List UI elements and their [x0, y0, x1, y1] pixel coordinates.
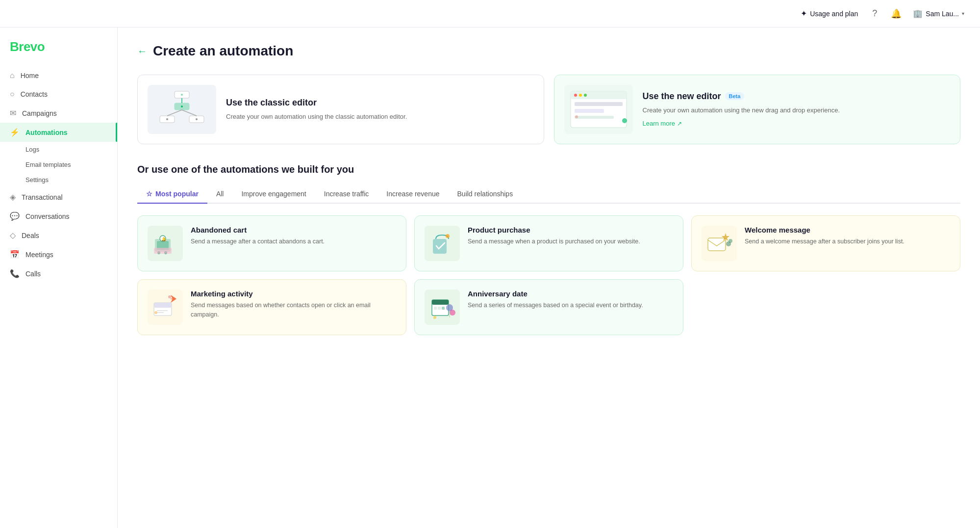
- tab-increase-traffic[interactable]: Increase traffic: [315, 185, 378, 204]
- filter-tabs: ☆ Most popular All Improve engagement In…: [137, 185, 960, 204]
- tab-all-label: All: [216, 190, 224, 198]
- sidebar-item-home[interactable]: ⌂ Home: [0, 66, 117, 85]
- learn-more-link[interactable]: Learn more ↗: [643, 120, 682, 127]
- product-purchase-content: Product purchase Send a message when a p…: [468, 226, 673, 246]
- usage-plan-button[interactable]: ✦ Usage and plan: [801, 9, 858, 18]
- sidebar-item-meetings-label: Meetings: [25, 251, 53, 259]
- welcome-message-desc: Send a welcome message after a subscribe…: [745, 237, 950, 246]
- sidebar-item-deals-label: Deals: [22, 232, 39, 239]
- marketing-activity-desc: Send messages based on whether contacts …: [191, 301, 396, 319]
- sidebar-subitem-email-templates[interactable]: Email templates: [0, 157, 117, 172]
- user-menu[interactable]: 🏢 Sam Lau... ▾: [913, 9, 964, 18]
- layout: Brevo ⌂ Home ○ Contacts ✉ Campaigns ⚡ Au…: [0, 27, 980, 528]
- svg-rect-52: [438, 307, 441, 310]
- marketing-activity-icon: [148, 290, 183, 325]
- classic-editor-card[interactable]: Use the classic editor Create your own a…: [137, 75, 544, 144]
- tab-most-popular[interactable]: ☆ Most popular: [137, 185, 207, 204]
- automation-card-marketing-activity[interactable]: Marketing activity Send messages based o…: [137, 279, 406, 335]
- new-editor-content: Use the new editor Beta Create your own …: [643, 91, 951, 128]
- svg-point-11: [196, 118, 198, 120]
- sidebar-subitem-email-templates-label: Email templates: [25, 161, 71, 168]
- sidebar-subitem-logs[interactable]: Logs: [0, 142, 117, 157]
- sidebar-subitem-logs-label: Logs: [25, 146, 39, 153]
- svg-point-22: [575, 115, 578, 118]
- new-editor-desc: Create your own automation using the new…: [643, 106, 951, 115]
- sidebar-item-transactional[interactable]: ◈ Transactional: [0, 187, 117, 207]
- svg-point-8: [181, 94, 183, 96]
- svg-point-45: [168, 295, 171, 298]
- welcome-message-title: Welcome message: [745, 226, 950, 234]
- sidebar-item-calls-label: Calls: [25, 270, 41, 278]
- new-editor-image: [564, 85, 633, 134]
- tab-increase-revenue[interactable]: Increase revenue: [377, 185, 448, 204]
- building-icon: 🏢: [913, 9, 923, 18]
- classic-editor-desc: Create your own automation using the cla…: [226, 112, 534, 122]
- contacts-icon: ○: [10, 90, 15, 99]
- star-icon: ☆: [146, 190, 152, 198]
- sidebar-item-contacts-label: Contacts: [21, 90, 48, 98]
- back-button[interactable]: ←: [137, 46, 147, 57]
- help-icon[interactable]: ?: [870, 9, 879, 19]
- automation-card-welcome-message[interactable]: Welcome message Send a welcome message a…: [691, 215, 960, 271]
- sidebar-item-contacts[interactable]: ○ Contacts: [0, 85, 117, 104]
- automation-card-product-purchase[interactable]: Product purchase Send a message when a p…: [414, 215, 683, 271]
- transactional-icon: ◈: [10, 192, 16, 202]
- svg-point-57: [433, 316, 436, 319]
- welcome-message-content: Welcome message Send a welcome message a…: [745, 226, 950, 246]
- svg-point-38: [729, 239, 732, 243]
- tab-improve-engagement-label: Improve engagement: [241, 190, 306, 198]
- sidebar-item-campaigns-label: Campaigns: [22, 109, 57, 117]
- sidebar-item-deals[interactable]: ◇ Deals: [0, 226, 117, 245]
- topnav-actions: ✦ Usage and plan ? 🔔 🏢 Sam Lau... ▾: [801, 9, 964, 19]
- new-editor-card[interactable]: Use the new editor Beta Create your own …: [554, 75, 961, 144]
- deals-icon: ◇: [10, 231, 16, 240]
- new-editor-title: Use the new editor Beta: [643, 91, 951, 102]
- user-label: Sam Lau...: [926, 10, 959, 18]
- svg-point-16: [579, 94, 582, 97]
- svg-point-17: [584, 94, 587, 97]
- sidebar-item-automations[interactable]: ⚡ Automations: [0, 123, 117, 142]
- tab-all[interactable]: All: [207, 185, 233, 204]
- automation-card-abandoned-cart[interactable]: 🔔 Abandoned cart Send a message after a …: [137, 215, 406, 271]
- tab-increase-traffic-label: Increase traffic: [324, 190, 369, 198]
- automations-icon: ⚡: [10, 128, 20, 137]
- anniversary-date-content: Anniversary date Send a series of messag…: [468, 290, 673, 310]
- automation-card-anniversary-date[interactable]: Anniversary date Send a series of messag…: [414, 279, 683, 335]
- classic-editor-image: [148, 85, 216, 134]
- product-purchase-title: Product purchase: [468, 226, 673, 234]
- anniversary-date-desc: Send a series of messages based on a spe…: [468, 301, 673, 310]
- classic-editor-content: Use the classic editor Create your own a…: [226, 98, 534, 122]
- svg-point-9: [181, 106, 183, 107]
- svg-point-55: [450, 310, 455, 316]
- conversations-icon: 💬: [10, 211, 20, 221]
- marketing-activity-title: Marketing activity: [191, 290, 396, 298]
- tab-improve-engagement[interactable]: Improve engagement: [232, 185, 315, 204]
- tab-build-relationships[interactable]: Build relationships: [449, 185, 522, 204]
- usage-plan-label: Usage and plan: [810, 10, 858, 18]
- svg-rect-51: [434, 307, 437, 310]
- campaigns-icon: ✉: [10, 108, 16, 118]
- marketing-activity-content: Marketing activity Send messages based o…: [191, 290, 396, 319]
- svg-rect-30: [154, 248, 172, 254]
- brand-logo: Brevo: [10, 39, 107, 54]
- product-purchase-icon: [425, 226, 460, 261]
- sidebar-subitem-settings-label: Settings: [25, 176, 49, 184]
- notifications-icon[interactable]: 🔔: [891, 9, 901, 19]
- tab-most-popular-label: Most popular: [155, 190, 199, 198]
- chevron-down-icon: ▾: [962, 11, 964, 16]
- sidebar-item-transactional-label: Transactional: [22, 193, 63, 201]
- sidebar-item-conversations[interactable]: 💬 Conversations: [0, 207, 117, 226]
- sidebar-item-meetings[interactable]: 📅 Meetings: [0, 245, 117, 264]
- svg-rect-50: [432, 300, 449, 305]
- automation-grid: 🔔 Abandoned cart Send a message after a …: [137, 215, 960, 335]
- abandoned-cart-desc: Send a message after a contact abandons …: [191, 237, 396, 246]
- svg-rect-19: [575, 109, 604, 113]
- sidebar-item-conversations-label: Conversations: [25, 212, 70, 220]
- sidebar-item-calls[interactable]: 📞 Calls: [0, 264, 117, 283]
- sidebar-subitem-settings[interactable]: Settings: [0, 172, 117, 187]
- home-icon: ⌂: [10, 71, 15, 80]
- sidebar-item-campaigns[interactable]: ✉ Campaigns: [0, 104, 117, 123]
- svg-point-15: [574, 94, 577, 97]
- svg-rect-18: [575, 102, 623, 106]
- anniversary-date-icon: [425, 290, 460, 325]
